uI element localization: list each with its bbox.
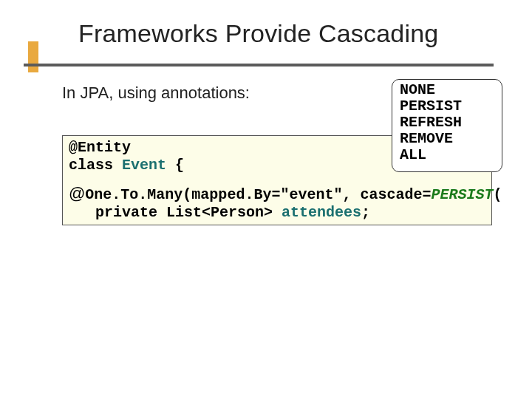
cascade-value: PERSIST [431,186,493,203]
kw-class: class [69,157,122,174]
code-line-3: @One.To.Many(mapped.By="event", cascade=… [69,185,485,204]
enum-none: NONE [400,82,494,98]
field-name: attendees [282,204,361,221]
slide-title: Frameworks Provide Cascading [78,19,438,48]
title-underline [24,64,494,66]
class-name: Event [122,157,166,174]
field-decl: private List<Person> [69,204,282,221]
brace-open: { [166,157,184,174]
at-sign: @ [69,184,85,202]
annotation-onetomany: One.To.Many(mapped.By="event", cascade= [85,186,431,203]
paren: ( [493,186,502,203]
slide-subtitle: In JPA, using annotations: [62,83,250,103]
enum-persist: PERSIST [400,98,494,115]
enum-remove: REMOVE [400,131,494,147]
code-line-4: private List<Person> attendees; [69,204,485,222]
accent-square [28,41,38,72]
enum-all: ALL [400,147,494,163]
semicolon: ; [361,204,370,221]
cascade-enum-box: NONE PERSIST REFRESH REMOVE ALL [392,79,502,172]
enum-refresh: REFRESH [400,115,494,131]
